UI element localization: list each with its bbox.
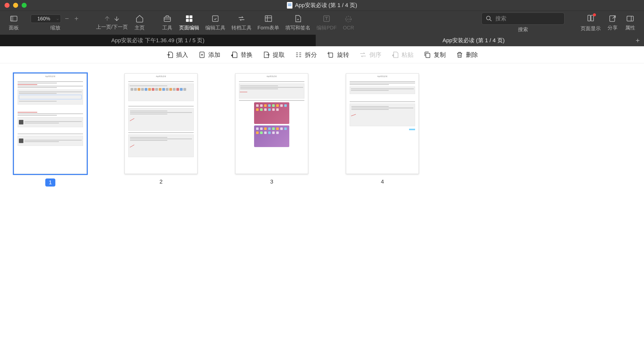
replace-icon [230,51,238,59]
insert-icon [166,51,174,59]
edit-tools-button[interactable]: 编辑工具 [202,11,228,35]
insert-button[interactable]: 插入 [166,51,188,59]
thumb-number: 4 [381,178,384,185]
thumb-number: 1 [45,178,55,187]
zoom-value: 160% [37,16,50,21]
ocr-label: OCR [343,25,354,31]
sidebar-right-icon [626,14,634,23]
svg-rect-7 [212,16,218,22]
tab-doc-2[interactable]: App安装必读 (第 1 / 4 页) [316,35,631,46]
share-icon [608,14,617,23]
close-button[interactable] [5,3,10,8]
paste-button[interactable]: 粘贴 [391,51,414,59]
thumb-number: 3 [270,178,273,185]
reverse-button[interactable]: 倒序 [359,51,381,59]
preview-header: App安装必读 [125,74,197,78]
search-icon [485,14,493,23]
svg-rect-6 [189,19,192,22]
tools-button[interactable]: 工具 [158,11,176,35]
display-button[interactable]: 页面显示 [578,11,604,35]
share-button[interactable]: 分享 [604,11,621,35]
delete-label: 删除 [466,51,478,59]
page-thumbnail-4[interactable]: App安装必读 [346,73,419,174]
page-thumbnail-3[interactable]: App安装必读 [235,73,308,174]
thumb-item: App安装必读 3 [235,73,308,185]
toolbox-icon [163,14,172,23]
search-label: 搜索 [518,26,528,33]
document-icon [287,2,293,9]
form-button[interactable]: Form表单 [255,11,283,35]
page-nav-button[interactable]: 上一页/下一页 [93,11,131,35]
edit-tools-label: 编辑工具 [205,24,225,31]
svg-rect-2 [164,17,171,21]
chevron-down-icon: ⌵ [57,17,59,21]
search-input[interactable] [495,15,561,22]
extract-label: 提取 [273,51,285,59]
window-titlebar: App安装必读 (第 1 / 4 页) [0,0,644,11]
search-input-wrapper[interactable] [481,13,565,25]
reverse-label: 倒序 [369,51,381,59]
paste-icon [391,51,399,59]
zoom-select[interactable]: 160% ⌵ [31,15,61,23]
panel-toggle-button[interactable]: 面板 [5,11,23,35]
props-button[interactable]: 属性 [621,11,639,35]
convert-label: 转档工具 [231,24,252,31]
form-label: Form表单 [258,24,279,31]
svg-text:OCR: OCR [346,18,351,21]
add-label: 添加 [208,51,220,59]
zoom-out-button[interactable]: − [63,15,70,23]
page-edit-button[interactable]: 页面编辑 [176,11,202,35]
add-button[interactable]: 添加 [198,51,220,59]
nav-label: 上一页/下一页 [96,24,128,30]
tab-add-button[interactable]: + [631,35,644,46]
main-toolbar: 面板 160% ⌵ − + 缩放 上一页/下一页 主页 工具 页面编辑 [0,11,644,35]
page-edit-label: 页面编辑 [179,24,199,31]
arrow-down-icon [113,15,120,22]
svg-point-12 [487,16,490,20]
svg-rect-19 [426,53,430,58]
rotate-icon [327,51,335,59]
home-button[interactable]: 主页 [131,11,148,35]
editpdf-label: 编辑PDF [316,24,337,31]
svg-rect-14 [591,15,593,21]
window-title: App安装必读 (第 1 / 4 页) [287,2,357,9]
split-button[interactable]: 拆分 [295,51,317,59]
convert-button[interactable]: 转档工具 [228,11,255,35]
tab-doc-1[interactable]: App安装必读 下午1.36.49 (第 1 / 5 页) [0,35,316,46]
fillsign-button[interactable]: 填写和签名 [282,11,313,35]
ocr-button[interactable]: OCR OCR [340,11,357,35]
svg-rect-3 [186,15,189,18]
replace-button[interactable]: 替换 [230,51,253,59]
arrow-up-icon [104,15,111,22]
preview-header: App安装必读 [14,74,87,78]
zoom-in-button[interactable]: + [73,15,80,23]
edit-icon [211,14,220,23]
share-label: 分享 [608,24,618,31]
thumb-item: App安装必读 [14,73,87,187]
page-thumbnail-1[interactable]: App安装必读 [14,73,87,174]
rotate-button[interactable]: 旋转 [327,51,349,59]
svg-rect-16 [627,16,633,21]
svg-rect-1 [11,16,13,21]
tools-label: 工具 [162,24,172,31]
convert-icon [237,14,246,23]
svg-rect-18 [329,53,333,57]
page-thumbnail-2[interactable]: App安装必读 [125,73,197,174]
thumb-item: App安装必读 4 [346,73,419,185]
editpdf-button[interactable]: 编辑PDF [313,11,340,35]
thumb-number: 2 [159,178,163,185]
trash-icon [456,51,463,59]
maximize-button[interactable] [22,3,27,8]
extract-button[interactable]: 提取 [263,51,285,59]
minimize-button[interactable] [13,3,18,8]
svg-rect-8 [265,16,272,22]
display-icon-wrap [586,14,595,24]
delete-button[interactable]: 删除 [456,51,478,59]
copy-button[interactable]: 复制 [424,51,446,59]
home-icon [135,14,144,23]
extract-icon [263,51,270,59]
split-label: 拆分 [305,51,317,59]
thumb-item: App安装必读 2 [125,73,197,185]
window-controls [5,3,27,8]
display-icon [586,14,595,22]
